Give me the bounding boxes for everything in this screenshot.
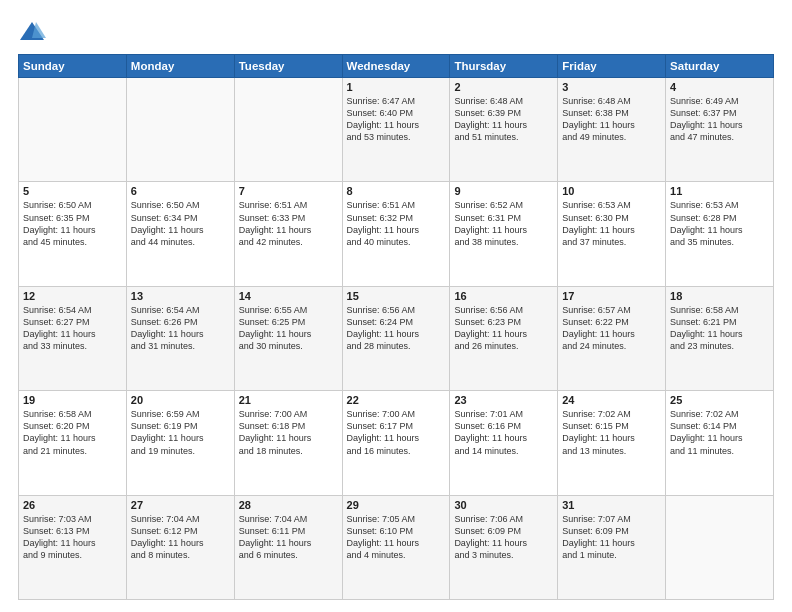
calendar-cell: 4Sunrise: 6:49 AM Sunset: 6:37 PM Daylig… bbox=[666, 78, 774, 182]
day-info: Sunrise: 6:51 AM Sunset: 6:33 PM Dayligh… bbox=[239, 199, 338, 248]
calendar-cell: 20Sunrise: 6:59 AM Sunset: 6:19 PM Dayli… bbox=[126, 391, 234, 495]
calendar-cell: 6Sunrise: 6:50 AM Sunset: 6:34 PM Daylig… bbox=[126, 182, 234, 286]
day-info: Sunrise: 6:49 AM Sunset: 6:37 PM Dayligh… bbox=[670, 95, 769, 144]
calendar-cell: 3Sunrise: 6:48 AM Sunset: 6:38 PM Daylig… bbox=[558, 78, 666, 182]
calendar-cell: 30Sunrise: 7:06 AM Sunset: 6:09 PM Dayli… bbox=[450, 495, 558, 599]
calendar-cell: 16Sunrise: 6:56 AM Sunset: 6:23 PM Dayli… bbox=[450, 286, 558, 390]
day-info: Sunrise: 6:56 AM Sunset: 6:23 PM Dayligh… bbox=[454, 304, 553, 353]
day-number: 1 bbox=[347, 81, 446, 93]
weekday-header-monday: Monday bbox=[126, 55, 234, 78]
day-info: Sunrise: 6:55 AM Sunset: 6:25 PM Dayligh… bbox=[239, 304, 338, 353]
calendar-week-2: 5Sunrise: 6:50 AM Sunset: 6:35 PM Daylig… bbox=[19, 182, 774, 286]
day-number: 9 bbox=[454, 185, 553, 197]
day-number: 13 bbox=[131, 290, 230, 302]
calendar-cell: 9Sunrise: 6:52 AM Sunset: 6:31 PM Daylig… bbox=[450, 182, 558, 286]
day-number: 19 bbox=[23, 394, 122, 406]
day-info: Sunrise: 6:51 AM Sunset: 6:32 PM Dayligh… bbox=[347, 199, 446, 248]
calendar-cell: 22Sunrise: 7:00 AM Sunset: 6:17 PM Dayli… bbox=[342, 391, 450, 495]
weekday-header-wednesday: Wednesday bbox=[342, 55, 450, 78]
calendar-cell: 14Sunrise: 6:55 AM Sunset: 6:25 PM Dayli… bbox=[234, 286, 342, 390]
day-number: 2 bbox=[454, 81, 553, 93]
weekday-header-sunday: Sunday bbox=[19, 55, 127, 78]
day-number: 28 bbox=[239, 499, 338, 511]
day-number: 15 bbox=[347, 290, 446, 302]
day-number: 21 bbox=[239, 394, 338, 406]
day-number: 22 bbox=[347, 394, 446, 406]
day-info: Sunrise: 6:54 AM Sunset: 6:26 PM Dayligh… bbox=[131, 304, 230, 353]
weekday-header-saturday: Saturday bbox=[666, 55, 774, 78]
day-info: Sunrise: 6:58 AM Sunset: 6:20 PM Dayligh… bbox=[23, 408, 122, 457]
day-info: Sunrise: 6:48 AM Sunset: 6:39 PM Dayligh… bbox=[454, 95, 553, 144]
day-info: Sunrise: 7:03 AM Sunset: 6:13 PM Dayligh… bbox=[23, 513, 122, 562]
day-number: 17 bbox=[562, 290, 661, 302]
calendar-cell bbox=[126, 78, 234, 182]
calendar-cell: 24Sunrise: 7:02 AM Sunset: 6:15 PM Dayli… bbox=[558, 391, 666, 495]
calendar-week-1: 1Sunrise: 6:47 AM Sunset: 6:40 PM Daylig… bbox=[19, 78, 774, 182]
calendar-cell: 10Sunrise: 6:53 AM Sunset: 6:30 PM Dayli… bbox=[558, 182, 666, 286]
day-number: 31 bbox=[562, 499, 661, 511]
day-info: Sunrise: 7:00 AM Sunset: 6:18 PM Dayligh… bbox=[239, 408, 338, 457]
day-info: Sunrise: 6:57 AM Sunset: 6:22 PM Dayligh… bbox=[562, 304, 661, 353]
day-info: Sunrise: 6:56 AM Sunset: 6:24 PM Dayligh… bbox=[347, 304, 446, 353]
day-number: 4 bbox=[670, 81, 769, 93]
calendar-cell: 29Sunrise: 7:05 AM Sunset: 6:10 PM Dayli… bbox=[342, 495, 450, 599]
day-info: Sunrise: 6:54 AM Sunset: 6:27 PM Dayligh… bbox=[23, 304, 122, 353]
calendar-cell: 2Sunrise: 6:48 AM Sunset: 6:39 PM Daylig… bbox=[450, 78, 558, 182]
weekday-header-tuesday: Tuesday bbox=[234, 55, 342, 78]
day-number: 23 bbox=[454, 394, 553, 406]
day-number: 30 bbox=[454, 499, 553, 511]
day-number: 8 bbox=[347, 185, 446, 197]
day-number: 20 bbox=[131, 394, 230, 406]
calendar-cell bbox=[19, 78, 127, 182]
calendar-cell: 31Sunrise: 7:07 AM Sunset: 6:09 PM Dayli… bbox=[558, 495, 666, 599]
calendar-cell: 1Sunrise: 6:47 AM Sunset: 6:40 PM Daylig… bbox=[342, 78, 450, 182]
header bbox=[18, 18, 774, 46]
day-info: Sunrise: 6:53 AM Sunset: 6:30 PM Dayligh… bbox=[562, 199, 661, 248]
weekday-header-thursday: Thursday bbox=[450, 55, 558, 78]
day-number: 12 bbox=[23, 290, 122, 302]
calendar: SundayMondayTuesdayWednesdayThursdayFrid… bbox=[18, 54, 774, 600]
day-info: Sunrise: 6:59 AM Sunset: 6:19 PM Dayligh… bbox=[131, 408, 230, 457]
day-info: Sunrise: 7:04 AM Sunset: 6:11 PM Dayligh… bbox=[239, 513, 338, 562]
day-number: 6 bbox=[131, 185, 230, 197]
day-info: Sunrise: 6:58 AM Sunset: 6:21 PM Dayligh… bbox=[670, 304, 769, 353]
calendar-cell bbox=[666, 495, 774, 599]
day-info: Sunrise: 6:48 AM Sunset: 6:38 PM Dayligh… bbox=[562, 95, 661, 144]
calendar-cell: 21Sunrise: 7:00 AM Sunset: 6:18 PM Dayli… bbox=[234, 391, 342, 495]
day-number: 27 bbox=[131, 499, 230, 511]
calendar-cell: 27Sunrise: 7:04 AM Sunset: 6:12 PM Dayli… bbox=[126, 495, 234, 599]
svg-marker-1 bbox=[32, 22, 46, 38]
day-number: 18 bbox=[670, 290, 769, 302]
day-info: Sunrise: 7:01 AM Sunset: 6:16 PM Dayligh… bbox=[454, 408, 553, 457]
day-number: 16 bbox=[454, 290, 553, 302]
day-number: 11 bbox=[670, 185, 769, 197]
day-info: Sunrise: 6:53 AM Sunset: 6:28 PM Dayligh… bbox=[670, 199, 769, 248]
calendar-cell: 18Sunrise: 6:58 AM Sunset: 6:21 PM Dayli… bbox=[666, 286, 774, 390]
day-info: Sunrise: 7:05 AM Sunset: 6:10 PM Dayligh… bbox=[347, 513, 446, 562]
calendar-cell: 17Sunrise: 6:57 AM Sunset: 6:22 PM Dayli… bbox=[558, 286, 666, 390]
calendar-cell: 26Sunrise: 7:03 AM Sunset: 6:13 PM Dayli… bbox=[19, 495, 127, 599]
day-number: 25 bbox=[670, 394, 769, 406]
calendar-cell: 13Sunrise: 6:54 AM Sunset: 6:26 PM Dayli… bbox=[126, 286, 234, 390]
calendar-cell: 28Sunrise: 7:04 AM Sunset: 6:11 PM Dayli… bbox=[234, 495, 342, 599]
day-number: 7 bbox=[239, 185, 338, 197]
day-number: 5 bbox=[23, 185, 122, 197]
calendar-cell: 5Sunrise: 6:50 AM Sunset: 6:35 PM Daylig… bbox=[19, 182, 127, 286]
logo bbox=[18, 18, 50, 46]
day-info: Sunrise: 7:00 AM Sunset: 6:17 PM Dayligh… bbox=[347, 408, 446, 457]
day-info: Sunrise: 7:02 AM Sunset: 6:14 PM Dayligh… bbox=[670, 408, 769, 457]
logo-icon bbox=[18, 18, 46, 46]
day-info: Sunrise: 7:04 AM Sunset: 6:12 PM Dayligh… bbox=[131, 513, 230, 562]
calendar-cell: 15Sunrise: 6:56 AM Sunset: 6:24 PM Dayli… bbox=[342, 286, 450, 390]
day-info: Sunrise: 7:02 AM Sunset: 6:15 PM Dayligh… bbox=[562, 408, 661, 457]
day-number: 26 bbox=[23, 499, 122, 511]
day-number: 29 bbox=[347, 499, 446, 511]
calendar-cell: 25Sunrise: 7:02 AM Sunset: 6:14 PM Dayli… bbox=[666, 391, 774, 495]
calendar-cell bbox=[234, 78, 342, 182]
weekday-header-row: SundayMondayTuesdayWednesdayThursdayFrid… bbox=[19, 55, 774, 78]
day-info: Sunrise: 6:47 AM Sunset: 6:40 PM Dayligh… bbox=[347, 95, 446, 144]
calendar-cell: 7Sunrise: 6:51 AM Sunset: 6:33 PM Daylig… bbox=[234, 182, 342, 286]
day-number: 14 bbox=[239, 290, 338, 302]
day-info: Sunrise: 7:06 AM Sunset: 6:09 PM Dayligh… bbox=[454, 513, 553, 562]
day-info: Sunrise: 6:50 AM Sunset: 6:34 PM Dayligh… bbox=[131, 199, 230, 248]
